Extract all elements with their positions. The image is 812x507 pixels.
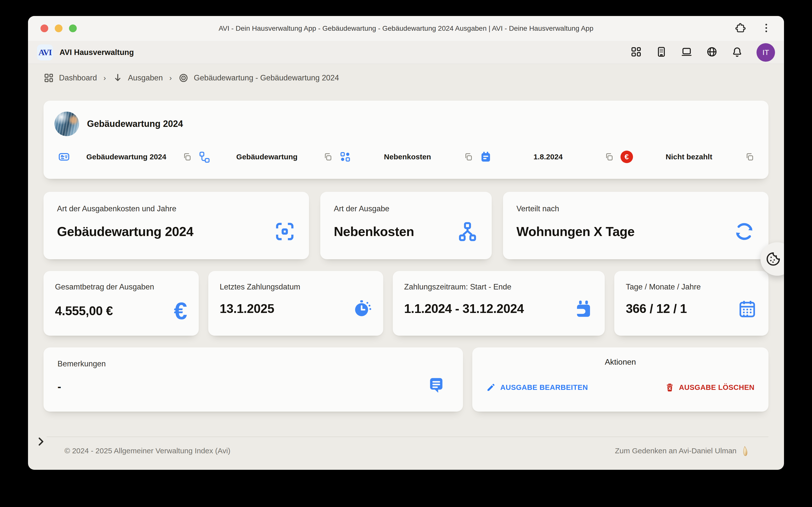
- card-label: Art der Ausgabenkosten und Jahre: [57, 204, 296, 213]
- field-name: Gebäudewartung 2024: [54, 151, 195, 163]
- field-value: Gebäudewartung 2024: [70, 153, 183, 161]
- app-header: AVI AVI Hausverwaltung: [28, 41, 784, 64]
- card-value: 13.1.2025: [220, 301, 274, 316]
- globe-icon[interactable]: [706, 46, 718, 59]
- record-title: Gebäudewartung 2024: [87, 119, 183, 129]
- app-logo[interactable]: AVI: [37, 45, 53, 60]
- candle-flame-icon: [741, 445, 749, 457]
- field-value: 1.8.2024: [492, 153, 604, 161]
- days-months-years-card: Tage / Monate / Jahre 366 / 12 / 1: [614, 271, 768, 336]
- app-name: AVI Hausverwaltung: [59, 48, 134, 57]
- pencil-icon: [486, 383, 496, 392]
- window-title: AVI - Dein Hausverwaltung App - Gebäudew…: [28, 16, 784, 41]
- card-label: Verteilt nach: [516, 204, 755, 213]
- category-grid-icon: [339, 151, 351, 163]
- id-card-icon: [58, 151, 70, 163]
- titlebar: AVI - Dein Hausverwaltung App - Gebäudew…: [28, 16, 784, 41]
- delete-expense-button[interactable]: AUSGABE LÖSCHEN: [665, 383, 755, 392]
- card-value: Nebenkosten: [334, 224, 414, 239]
- copy-icon[interactable]: [464, 152, 473, 161]
- memorial-text: Zum Gedenken an Avi-Daniel Ulman: [615, 447, 737, 455]
- euro-status-icon: €: [620, 151, 633, 163]
- browser-window: AVI - Dein Hausverwaltung App - Gebäudew…: [28, 16, 784, 470]
- breadcrumb-ausgaben[interactable]: Ausgaben: [112, 73, 163, 83]
- card-value: 4.555,00 €: [55, 304, 113, 318]
- scan-focus-icon: [274, 221, 296, 242]
- building-icon[interactable]: [656, 46, 667, 59]
- field-value: Nebenkosten: [351, 153, 464, 161]
- tree-structure-icon: [199, 151, 210, 163]
- stopwatch-icon: [352, 299, 372, 319]
- dashboard-grid-icon[interactable]: [630, 46, 642, 59]
- calendar-grid-icon: [738, 299, 757, 319]
- laptop-icon[interactable]: [681, 46, 693, 59]
- chat-icon: [427, 375, 446, 395]
- footer: © 2024 - 2025 Allgemeiner Verwaltung Ind…: [47, 437, 768, 464]
- card-label: Art der Ausgabe: [334, 204, 478, 213]
- card-label: Gesamtbetrag der Ausgaben: [55, 282, 187, 291]
- desktop: AVI - Dein Hausverwaltung App - Gebäudew…: [0, 0, 812, 507]
- euro-icon: €: [174, 299, 187, 323]
- user-avatar[interactable]: IT: [757, 43, 775, 62]
- payment-period-card: Zahlungszeitraum: Start - Ende 1.1.2024 …: [393, 271, 605, 336]
- hierarchy-icon: [457, 221, 478, 242]
- arrow-down-icon: [112, 73, 123, 83]
- copy-icon[interactable]: [323, 152, 332, 161]
- breadcrumb-current-page: Gebäudewartung - Gebäudewartung 2024: [178, 73, 339, 83]
- card-label: Tage / Monate / Jahre: [626, 282, 757, 291]
- eye-icon: [178, 73, 189, 83]
- field-type: Nebenkosten: [336, 151, 476, 163]
- copyright-text: © 2024 - 2025 Allgemeiner Verwaltung Ind…: [47, 447, 231, 455]
- record-fields-row: Gebäudewartung 2024: [54, 151, 758, 163]
- card-value: Wohnungen X Tage: [516, 224, 635, 239]
- remarks-card: Bemerkungen -: [44, 347, 463, 411]
- card-value: Gebäudewartung 2024: [57, 224, 193, 239]
- trash-icon: [665, 383, 674, 392]
- breadcrumb: Dashboard › Ausgaben › Gebäudewartung - …: [44, 73, 768, 83]
- last-payment-card: Letztes Zahlungsdatum 13.1.2025: [208, 271, 383, 336]
- copy-icon[interactable]: [745, 152, 754, 161]
- edit-expense-button[interactable]: AUSGABE BEARBEITEN: [486, 383, 588, 392]
- field-payment-status: € Nicht bezahlt: [617, 151, 758, 163]
- field-date: 1.8.2024: [476, 151, 617, 163]
- page-body: Dashboard › Ausgaben › Gebäudewartung - …: [28, 73, 784, 470]
- breadcrumb-separator: ›: [103, 74, 106, 82]
- record-summary-card: Gebäudewartung 2024 Gebäudewartung 2024: [44, 101, 768, 179]
- field-value: Nicht bezahlt: [633, 153, 745, 161]
- card-value: 1.1.2024 - 31.12.2024: [404, 301, 524, 316]
- distribution-card: Verteilt nach Wohnungen X Tage: [503, 192, 768, 259]
- breadcrumb-separator: ›: [169, 74, 172, 82]
- record-photo-avatar: [54, 112, 79, 136]
- field-value: Gebäudewartung: [210, 153, 323, 161]
- total-amount-card: Gesamtbetrag der Ausgaben 4.555,00 € €: [44, 271, 199, 336]
- breadcrumb-dashboard[interactable]: Dashboard: [44, 73, 97, 83]
- copy-icon[interactable]: [183, 152, 192, 161]
- wallet-calendar-icon: [574, 299, 593, 319]
- browser-menu-icon[interactable]: [761, 22, 772, 35]
- calendar-filled-icon: [480, 151, 492, 163]
- dashboard-grid-icon: [44, 73, 54, 83]
- cookie-icon: [766, 252, 780, 266]
- card-value: 366 / 12 / 1: [626, 301, 687, 316]
- card-label: Zahlungszeitraum: Start - Ende: [404, 282, 594, 291]
- bell-icon[interactable]: [731, 46, 743, 59]
- card-label: Letztes Zahlungsdatum: [220, 282, 372, 291]
- remarks-value: -: [57, 380, 449, 393]
- sidebar-expand-chevron[interactable]: [35, 436, 48, 448]
- copy-icon[interactable]: [605, 152, 613, 161]
- sync-icon: [733, 221, 755, 242]
- actions-card: Aktionen AUSGABE BEARBEITEN: [472, 347, 768, 411]
- extensions-puzzle-icon[interactable]: [734, 22, 746, 35]
- expense-type-card: Art der Ausgabe Nebenkosten: [320, 192, 492, 259]
- field-category: Gebäudewartung: [195, 151, 336, 163]
- expense-kind-card: Art der Ausgabenkosten und Jahre Gebäude…: [44, 192, 309, 259]
- actions-title: Aktionen: [486, 357, 755, 367]
- remarks-label: Bemerkungen: [57, 359, 449, 369]
